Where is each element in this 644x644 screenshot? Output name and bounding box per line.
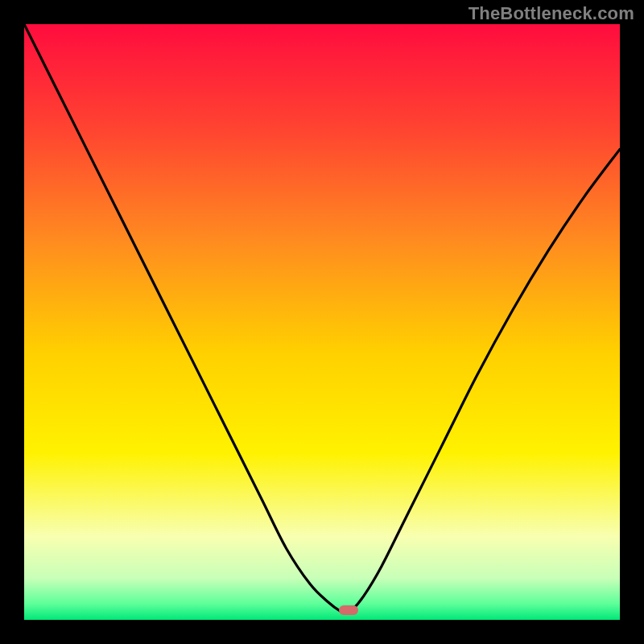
heat-gradient	[24, 24, 620, 620]
chart-stage: TheBottleneck.com	[0, 0, 644, 644]
optimal-marker	[339, 605, 358, 615]
plot-area	[24, 24, 620, 620]
svg-rect-0	[24, 24, 620, 620]
watermark-text: TheBottleneck.com	[469, 3, 634, 24]
